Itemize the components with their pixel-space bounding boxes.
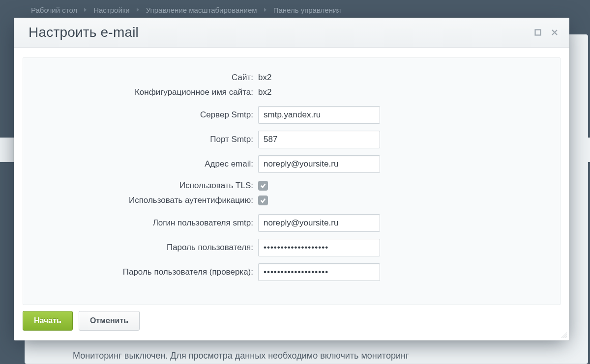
email-settings-dialog: Настроить e-mail Сайт: bx2 Конфигурацион… bbox=[14, 18, 569, 340]
monitoring-disabled-note: Мониторинг выключен. Для просмотра данны… bbox=[73, 351, 409, 361]
smtp-port-label: Порт Smtp: bbox=[32, 135, 258, 144]
dialog-title: Настроить e-mail bbox=[29, 25, 139, 40]
maximize-icon bbox=[534, 29, 541, 36]
use-auth-label: Использовать аутентификацию: bbox=[32, 196, 258, 205]
smtp-port-input[interactable] bbox=[258, 131, 380, 148]
breadcrumb: Рабочий стол Настройки Управление масшта… bbox=[31, 4, 590, 16]
chevron-right-icon bbox=[264, 8, 266, 12]
smtp-login-label: Логин пользователя smtp: bbox=[32, 218, 258, 228]
dialog-footer: Начать Отменить bbox=[14, 308, 569, 340]
password-label: Пароль пользователя: bbox=[32, 243, 258, 252]
password-input[interactable] bbox=[258, 239, 380, 256]
use-tls-checkbox[interactable] bbox=[258, 181, 268, 191]
close-icon bbox=[551, 29, 558, 36]
use-auth-checkbox[interactable] bbox=[258, 196, 268, 205]
svg-line-3 bbox=[565, 336, 567, 338]
smtp-server-label: Сервер Smtp: bbox=[32, 110, 258, 120]
svg-rect-0 bbox=[535, 30, 541, 35]
password-confirm-input[interactable] bbox=[258, 263, 380, 281]
resize-grip-icon bbox=[560, 331, 567, 338]
maximize-button[interactable] bbox=[534, 28, 542, 36]
check-icon bbox=[260, 197, 266, 203]
config-name-label: Конфигурационное имя сайта: bbox=[32, 87, 258, 97]
check-icon bbox=[260, 183, 266, 189]
dialog-header[interactable]: Настроить e-mail bbox=[14, 18, 569, 48]
password-confirm-label: Пароль пользователя (проверка): bbox=[32, 267, 258, 277]
breadcrumb-item[interactable]: Управление масштабированием bbox=[146, 6, 257, 14]
config-name-value: bx2 bbox=[258, 87, 271, 97]
resize-handle[interactable] bbox=[560, 331, 567, 338]
breadcrumb-item[interactable]: Панель управления bbox=[273, 6, 341, 14]
email-address-label: Адрес email: bbox=[32, 159, 258, 169]
site-label: Сайт: bbox=[32, 73, 258, 83]
breadcrumb-item[interactable]: Настройки bbox=[93, 6, 130, 14]
chevron-right-icon bbox=[137, 8, 139, 12]
start-button[interactable]: Начать bbox=[23, 311, 73, 331]
email-address-input[interactable] bbox=[258, 155, 380, 173]
smtp-login-input[interactable] bbox=[258, 214, 380, 232]
site-value: bx2 bbox=[258, 73, 271, 83]
chevron-right-icon bbox=[84, 8, 87, 12]
smtp-server-input[interactable] bbox=[258, 106, 380, 124]
close-button[interactable] bbox=[551, 28, 559, 36]
use-tls-label: Использовать TLS: bbox=[32, 181, 258, 191]
svg-line-2 bbox=[563, 335, 567, 338]
form-panel: Сайт: bx2 Конфигурационное имя сайта: bx… bbox=[23, 57, 560, 305]
cancel-button[interactable]: Отменить bbox=[79, 311, 140, 331]
breadcrumb-item[interactable]: Рабочий стол bbox=[31, 6, 77, 14]
